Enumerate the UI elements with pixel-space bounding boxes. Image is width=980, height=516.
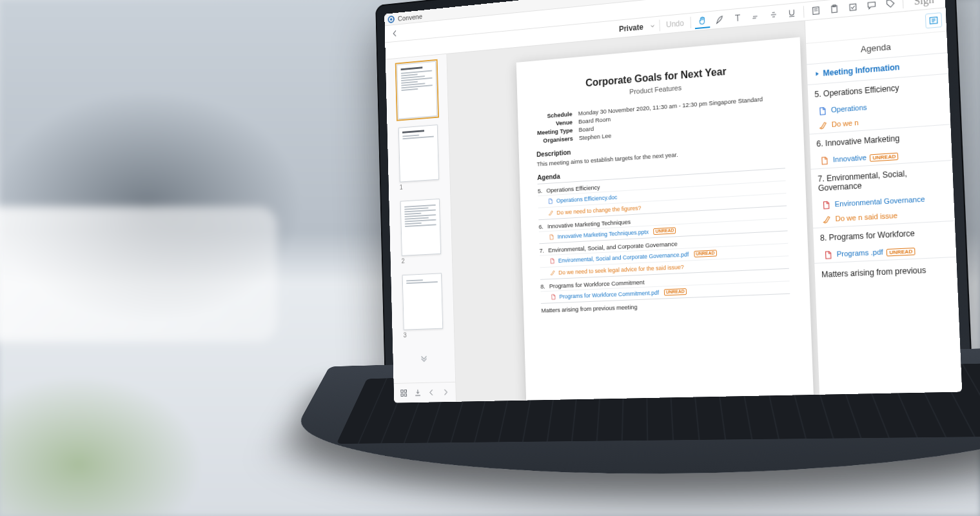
sign-button[interactable]: Sign (907, 0, 941, 8)
text-tool-icon[interactable] (730, 10, 745, 25)
laptop-mock: Convene Private Undo (321, 0, 980, 516)
thumbnail-number: 1 (400, 180, 439, 193)
file-doc-icon (818, 106, 827, 116)
thumbnail-item[interactable] (400, 199, 440, 256)
question-icon (822, 215, 832, 224)
meta-label: Organisers (536, 134, 579, 144)
download-icon[interactable] (412, 386, 423, 399)
meeting-info-label: Meeting Information (823, 63, 900, 78)
question-icon (818, 121, 828, 130)
thumbnail-item[interactable] (397, 61, 437, 119)
thumbnail-wrap: 3 (402, 273, 443, 340)
file-ppt-icon (819, 156, 829, 166)
document-viewport[interactable]: Corporate Goals for Next Year Product Fe… (447, 21, 819, 402)
thumbnail-item[interactable] (398, 124, 438, 182)
app-window: Convene Private Undo (384, 0, 962, 403)
svg-rect-8 (401, 390, 403, 393)
app-logo-icon (387, 15, 395, 23)
thumbnail-number: 2 (402, 254, 441, 266)
thumbnails-more-icon[interactable] (418, 348, 429, 370)
file-pdf-icon (821, 200, 831, 210)
file-doc-icon (547, 197, 554, 205)
thumbnail-wrap: 1 (398, 124, 438, 192)
agenda-panel: Agenda Meeting Information 5. Operations… (805, 8, 962, 394)
thumbnail-wrap: 2 (400, 199, 441, 266)
hand-tool-icon[interactable] (694, 14, 710, 29)
note-tool-icon[interactable] (807, 3, 823, 19)
underline-tool-icon[interactable] (783, 5, 799, 21)
document-page: Corporate Goals for Next Year Product Fe… (516, 37, 816, 402)
svg-rect-10 (401, 394, 403, 397)
undo-button[interactable]: Undo (663, 18, 687, 29)
prev-page-icon[interactable] (426, 386, 437, 399)
agenda-toggle-icon[interactable] (925, 12, 943, 28)
checklist-tool-icon[interactable] (845, 0, 861, 15)
tag-tool-icon[interactable] (882, 0, 899, 12)
next-page-icon[interactable] (440, 385, 451, 399)
question-icon (548, 209, 554, 217)
svg-rect-9 (404, 390, 406, 393)
question-icon (549, 269, 556, 277)
main-area: 1 2 3 (386, 8, 962, 402)
grid-view-icon[interactable] (398, 386, 409, 400)
thumbnail-panel: 1 2 3 (386, 54, 456, 403)
highlight-tool-icon[interactable] (747, 8, 763, 24)
thumbnail-bottom-tools (394, 382, 456, 403)
strikethrough-tool-icon[interactable] (765, 6, 781, 22)
clipboard-tool-icon[interactable] (826, 1, 842, 17)
svg-rect-11 (404, 394, 406, 397)
file-pdf-icon (549, 257, 556, 265)
thumbnail-number: 3 (403, 329, 443, 341)
app-title: Convene (398, 12, 422, 22)
back-button[interactable] (388, 26, 402, 41)
privacy-dropdown[interactable]: Private (615, 22, 647, 34)
file-pdf-icon (550, 293, 556, 301)
file-ppt-icon (549, 233, 555, 241)
svg-rect-7 (850, 3, 856, 10)
file-pdf-icon (823, 250, 833, 260)
thumbnail-item[interactable] (402, 273, 442, 330)
comment-tool-icon[interactable] (863, 0, 880, 13)
pen-tool-icon[interactable] (712, 12, 727, 27)
